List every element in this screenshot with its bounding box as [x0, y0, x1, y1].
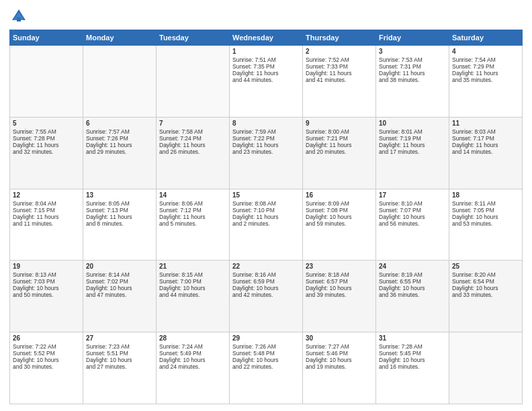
day-info: Sunrise: 7:24 AM: [159, 343, 226, 350]
day-info: Daylight: 10 hours: [452, 285, 519, 291]
day-info: Sunset: 7:05 PM: [452, 207, 519, 214]
day-info: Daylight: 11 hours: [86, 214, 153, 220]
calendar-cell: 16Sunrise: 8:09 AMSunset: 7:08 PMDayligh…: [303, 189, 376, 261]
day-info: Sunset: 5:46 PM: [306, 350, 373, 357]
day-info: Sunset: 7:15 PM: [13, 207, 80, 214]
calendar-cell: 28Sunrise: 7:24 AMSunset: 5:49 PMDayligh…: [157, 332, 230, 404]
day-number: 12: [13, 191, 80, 199]
day-info: Sunrise: 8:04 AM: [13, 200, 80, 207]
day-number: 22: [232, 263, 300, 270]
calendar-cell: 8Sunrise: 7:59 AMSunset: 7:22 PMDaylight…: [230, 117, 303, 189]
weekday-sunday: Sunday: [10, 30, 83, 46]
day-info: Sunrise: 7:58 AM: [159, 128, 226, 135]
calendar-cell: 31Sunrise: 7:28 AMSunset: 5:45 PMDayligh…: [376, 332, 449, 404]
day-info: Sunset: 7:33 PM: [306, 63, 373, 70]
calendar-cell: 4Sunrise: 7:54 AMSunset: 7:29 PMDaylight…: [449, 46, 523, 118]
calendar-cell: [157, 46, 230, 118]
day-number: 14: [159, 191, 226, 199]
header: [9, 7, 523, 26]
calendar-cell: 12Sunrise: 8:04 AMSunset: 7:15 PMDayligh…: [10, 189, 83, 261]
day-info: Sunrise: 7:57 AM: [86, 128, 153, 135]
day-number: 11: [452, 120, 519, 127]
day-number: 28: [159, 334, 226, 342]
weekday-tuesday: Tuesday: [157, 30, 230, 46]
day-info: Sunset: 7:12 PM: [159, 207, 226, 214]
day-info: Sunrise: 8:14 AM: [86, 271, 153, 278]
day-info: Sunset: 5:49 PM: [159, 350, 226, 357]
day-info: and 38 minutes.: [379, 77, 446, 83]
day-info: Daylight: 11 hours: [13, 214, 80, 220]
day-info: Sunset: 7:00 PM: [159, 278, 226, 285]
svg-rect-2: [17, 17, 21, 21]
day-info: Daylight: 11 hours: [306, 142, 373, 148]
page: SundayMondayTuesdayWednesdayThursdayFrid…: [0, 0, 532, 411]
weekday-saturday: Saturday: [449, 30, 523, 46]
day-info: Sunset: 7:02 PM: [86, 278, 153, 285]
day-info: Sunrise: 8:19 AM: [379, 271, 446, 278]
day-info: Sunset: 7:08 PM: [306, 207, 373, 214]
calendar-cell: 15Sunrise: 8:08 AMSunset: 7:10 PMDayligh…: [230, 189, 303, 261]
day-number: 6: [86, 120, 153, 127]
day-number: 1: [232, 48, 300, 55]
calendar-row-4: 26Sunrise: 7:22 AMSunset: 5:52 PMDayligh…: [10, 332, 523, 404]
calendar-cell: 18Sunrise: 8:11 AMSunset: 7:05 PMDayligh…: [449, 189, 523, 261]
calendar-cell: 6Sunrise: 7:57 AMSunset: 7:26 PMDaylight…: [83, 117, 157, 189]
day-info: Daylight: 10 hours: [86, 357, 153, 363]
day-info: Sunrise: 8:18 AM: [306, 271, 373, 278]
day-number: 17: [379, 191, 446, 199]
day-info: Sunrise: 8:05 AM: [86, 200, 153, 207]
day-info: Sunrise: 7:54 AM: [452, 56, 519, 63]
calendar-cell: 27Sunrise: 7:23 AMSunset: 5:51 PMDayligh…: [83, 332, 157, 404]
calendar-row-3: 19Sunrise: 8:13 AMSunset: 7:03 PMDayligh…: [10, 261, 523, 332]
day-info: Daylight: 10 hours: [452, 214, 519, 220]
calendar-cell: 13Sunrise: 8:05 AMSunset: 7:13 PMDayligh…: [83, 189, 157, 261]
calendar-cell: 21Sunrise: 8:15 AMSunset: 7:00 PMDayligh…: [157, 261, 230, 332]
calendar-row-2: 12Sunrise: 8:04 AMSunset: 7:15 PMDayligh…: [10, 189, 523, 261]
day-info: Daylight: 11 hours: [232, 70, 300, 77]
day-info: and 11 minutes.: [13, 220, 80, 227]
day-info: Daylight: 11 hours: [306, 70, 373, 77]
day-info: and 27 minutes.: [86, 363, 153, 370]
day-info: Sunset: 7:35 PM: [232, 63, 300, 70]
day-info: and 56 minutes.: [379, 220, 446, 227]
weekday-monday: Monday: [83, 30, 157, 46]
day-info: and 14 minutes.: [452, 148, 519, 155]
day-info: Daylight: 11 hours: [379, 70, 446, 77]
day-info: and 39 minutes.: [306, 291, 373, 298]
day-info: Sunrise: 7:23 AM: [86, 343, 153, 350]
day-number: 7: [159, 120, 226, 127]
day-info: and 47 minutes.: [86, 291, 153, 298]
day-info: Sunset: 5:48 PM: [232, 350, 300, 357]
calendar-cell: 14Sunrise: 8:06 AMSunset: 7:12 PMDayligh…: [157, 189, 230, 261]
day-info: Sunset: 7:24 PM: [159, 135, 226, 142]
calendar-cell: [83, 46, 157, 118]
day-info: Daylight: 11 hours: [13, 142, 80, 148]
day-info: and 19 minutes.: [306, 363, 373, 370]
day-number: 29: [232, 334, 300, 342]
day-info: Daylight: 11 hours: [159, 142, 226, 148]
day-info: Sunset: 7:13 PM: [86, 207, 153, 214]
day-info: and 29 minutes.: [86, 148, 153, 155]
day-info: and 33 minutes.: [452, 291, 519, 298]
day-info: Daylight: 10 hours: [159, 285, 226, 291]
day-info: Daylight: 11 hours: [232, 142, 300, 148]
day-number: 16: [306, 191, 373, 199]
day-info: Sunset: 7:19 PM: [379, 135, 446, 142]
day-info: Daylight: 10 hours: [13, 357, 80, 363]
day-info: and 35 minutes.: [452, 77, 519, 83]
calendar-cell: [449, 332, 523, 404]
weekday-header-row: SundayMondayTuesdayWednesdayThursdayFrid…: [10, 30, 523, 46]
calendar-cell: 30Sunrise: 7:27 AMSunset: 5:46 PMDayligh…: [303, 332, 376, 404]
day-info: Sunrise: 7:22 AM: [13, 343, 80, 350]
day-info: and 24 minutes.: [159, 363, 226, 370]
day-info: Sunset: 5:52 PM: [13, 350, 80, 357]
day-info: Daylight: 10 hours: [306, 357, 373, 363]
day-number: 31: [379, 334, 446, 342]
day-info: Sunrise: 8:06 AM: [159, 200, 226, 207]
day-info: Daylight: 11 hours: [159, 214, 226, 220]
day-info: and 53 minutes.: [452, 220, 519, 227]
day-info: and 41 minutes.: [306, 77, 373, 83]
day-info: Daylight: 11 hours: [232, 214, 300, 220]
calendar-row-1: 5Sunrise: 7:55 AMSunset: 7:28 PMDaylight…: [10, 117, 523, 189]
calendar-cell: 19Sunrise: 8:13 AMSunset: 7:03 PMDayligh…: [10, 261, 83, 332]
